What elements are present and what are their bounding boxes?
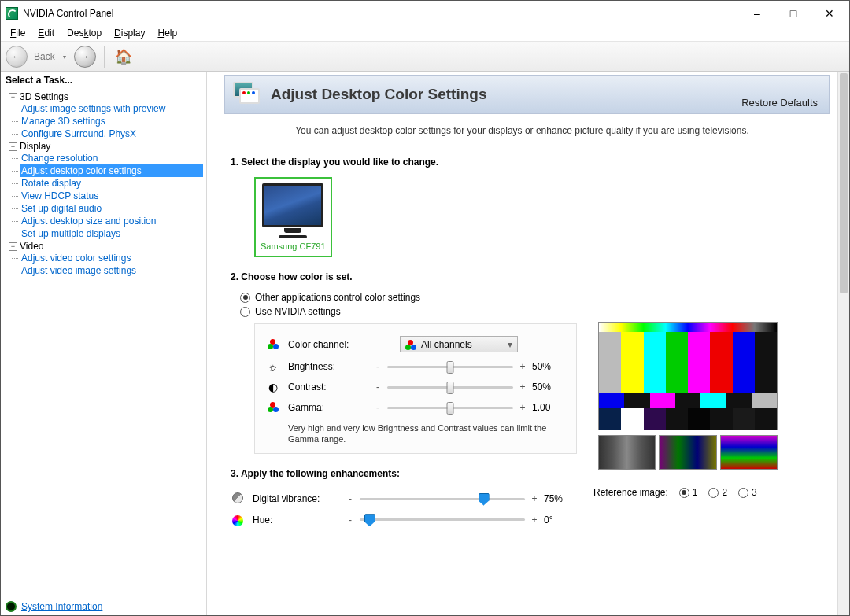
vibrance-icon [231,492,245,506]
contrast-value: 50% [532,382,565,393]
titlebar: NVIDIA Control Panel – □ ✕ [1,1,849,25]
forward-button[interactable]: → [74,46,96,68]
dv-slider[interactable] [360,498,525,500]
menu-help[interactable]: Help [151,26,183,40]
reference-image-label: Reference image: [593,487,668,498]
tree-item-surround[interactable]: Configure Surround, PhysX [20,127,203,140]
gamma-note: Very high and very low Brightness and Co… [288,422,565,445]
page-header-icon [233,82,261,107]
scroll-thumb[interactable] [840,73,848,293]
tree-group-video[interactable]: −Video [9,241,203,252]
reference-image-preview [598,322,778,430]
tree-item-hdcp[interactable]: View HDCP status [20,190,203,202]
scrollbar[interactable] [837,72,849,616]
tree-group-3d[interactable]: −3D Settings [9,91,203,102]
sidebar: Select a Task... −3D Settings Adjust ima… [1,72,207,616]
restore-defaults-link[interactable]: Restore Defaults [741,97,818,109]
close-button[interactable]: ✕ [811,2,848,25]
hue-value: 0° [544,515,577,526]
display-name: Samsung CF791 [261,242,326,251]
preview-area: Reference image: 1 2 3 [598,322,778,498]
brightness-label: Brightness: [288,361,367,372]
radio-nvidia[interactable]: Use NVIDIA settings [240,306,823,317]
gamma-value: 1.00 [532,402,565,413]
reference-thumb-2 [659,435,716,470]
tree-item-adjust-image[interactable]: Adjust image settings with preview [20,102,203,115]
home-button[interactable]: 🏠 [113,46,135,68]
menu-file[interactable]: File [4,26,31,40]
tree-item-manage-3d[interactable]: Manage 3D settings [20,115,203,127]
contrast-label: Contrast: [288,382,367,393]
contrast-icon: ◐ [266,381,280,393]
display-option-samsung[interactable]: Samsung CF791 [254,177,332,257]
brightness-slider[interactable] [387,366,513,368]
step2-title: 2. Choose how color is set. [231,271,823,282]
page-description: You can adjust desktop color settings fo… [207,114,837,152]
minimize-button[interactable]: – [739,2,775,25]
color-channel-dropdown[interactable]: All channels [400,336,518,352]
back-label: Back [34,51,55,62]
color-settings-box: Color channel: All channels ☼ Brightness… [254,323,577,454]
menu-edit[interactable]: Edit [31,26,61,40]
tree-item-video-color[interactable]: Adjust video color settings [20,252,203,264]
nvidia-icon [6,7,18,20]
tree-group-display[interactable]: −Display [9,141,203,152]
menubar: File Edit Desktop Display Help [1,25,849,42]
page-header: Adjust Desktop Color Settings Restore De… [224,75,830,114]
dv-label: Digital vibrance: [253,493,339,504]
window-title: NVIDIA Control Panel [23,8,113,19]
brightness-value: 50% [532,361,565,372]
ref-option-1[interactable]: 1 [679,487,698,498]
system-information-link[interactable]: System Information [21,601,102,612]
back-dropdown[interactable]: ▾ [63,53,66,61]
dv-value: 75% [544,493,577,504]
back-button[interactable]: ← [6,46,28,68]
content: Adjust Desktop Color Settings Restore De… [207,72,849,616]
tree-item-multi-displays[interactable]: Set up multiple displays [20,227,203,240]
tree-item-rotate[interactable]: Rotate display [20,177,203,190]
hue-slider[interactable] [360,518,525,521]
gamma-label: Gamma: [288,402,367,413]
menu-display[interactable]: Display [108,26,151,40]
toolbar: ← Back ▾ → 🏠 [1,42,849,72]
tree-item-size-position[interactable]: Adjust desktop size and position [20,215,203,227]
gamma-slider[interactable] [387,407,513,409]
step1-title: 1. Select the display you would like to … [231,157,823,168]
tree-item-digital-audio[interactable]: Set up digital audio [20,202,203,215]
menu-desktop[interactable]: Desktop [61,26,108,40]
channel-icon [266,338,280,351]
page-title: Adjust Desktop Color Settings [271,86,486,103]
tree-item-video-image[interactable]: Adjust video image settings [20,264,203,277]
ref-option-3[interactable]: 3 [738,487,757,498]
sysinfo-icon [6,601,17,612]
hue-icon [231,514,245,526]
task-tree: −3D Settings Adjust image settings with … [1,89,206,596]
radio-other-apps[interactable]: Other applications control color setting… [240,292,823,303]
contrast-slider[interactable] [387,386,513,389]
reference-thumb-3 [720,435,778,470]
ref-option-2[interactable]: 2 [708,487,727,498]
toolbar-separator [104,46,105,68]
tree-item-desktop-color[interactable]: Adjust desktop color settings [20,164,203,177]
reference-thumb-1 [598,435,656,470]
brightness-icon: ☼ [266,360,280,373]
maximize-button[interactable]: □ [775,2,811,25]
tree-item-change-res[interactable]: Change resolution [20,152,203,164]
sidebar-header: Select a Task... [1,72,206,89]
gamma-icon [266,401,280,414]
hue-label: Hue: [253,515,339,526]
color-channel-label: Color channel: [288,339,367,350]
